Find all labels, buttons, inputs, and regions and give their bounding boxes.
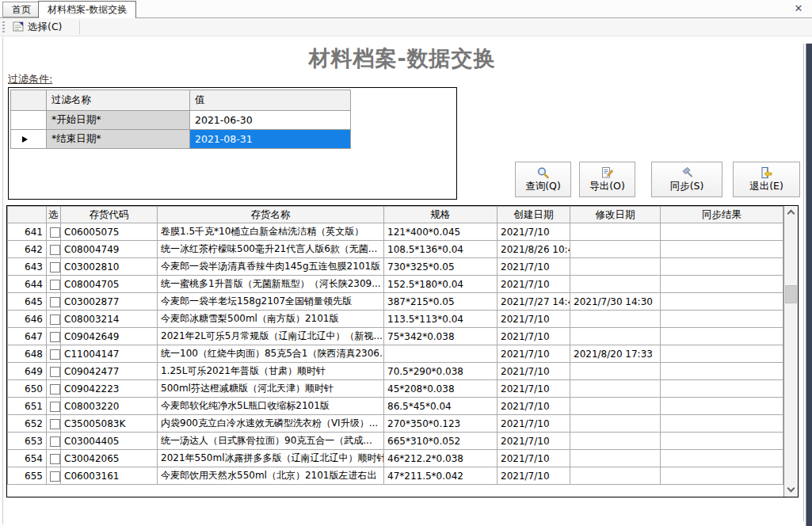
row-checkbox[interactable] (50, 384, 60, 394)
table-row[interactable]: 641 C06005075 卷膜1.5千克*10桶立白新金桔洗洁精（英文版） 1… (8, 223, 783, 241)
row-number-cell: 653 (8, 433, 47, 450)
row-number-cell: 651 (8, 398, 47, 415)
row-checkbox[interactable] (50, 314, 60, 325)
sync-button[interactable]: 同步(S) (651, 162, 722, 197)
inventory-table-panel: 选 存货代码 存货名称 规格 创建日期 修改日期 同步结果 641 C06005… (6, 205, 799, 497)
created-date-cell: 2021/7/10 (497, 433, 570, 450)
filter-row-start-date: *开始日期* 2021-06-30 (11, 111, 351, 130)
table-row[interactable]: 647 C09042649 2021年2L可乐5月常规版（辽南辽北辽中）（新视.… (8, 328, 783, 345)
select-button-label: 选择(C) (28, 21, 62, 34)
row-checkbox[interactable] (50, 454, 60, 464)
close-tab-icon[interactable]: ✕ (792, 2, 805, 15)
spec-cell: 665*310*0.052 (384, 433, 497, 450)
filter-name-header: 过滤名称 (47, 90, 190, 111)
filter-name-cell: *结束日期* (47, 130, 190, 149)
spec-cell: 270*350*0.123 (384, 415, 497, 433)
scroll-down-icon[interactable] (784, 483, 798, 497)
select-button[interactable]: 选择(C) (8, 19, 67, 36)
table-row[interactable]: 650 C09042223 500ml芬达橙减糖版（河北天津）顺时针 45*20… (8, 380, 783, 398)
row-checkbox[interactable] (50, 262, 60, 273)
row-number-cell: 650 (8, 380, 47, 398)
table-row[interactable]: 644 C08004705 统一蜜桃多1升普版（无菌新瓶型）（河长陕2309..… (8, 276, 783, 293)
sync-result-cell (661, 450, 783, 467)
table-row[interactable]: 653 C03004405 统一汤达人（日式豚骨拉面）90克五合一（武成... … (8, 433, 783, 450)
created-date-cell: 2021/7/10 (497, 345, 570, 363)
modified-column-header[interactable]: 修改日期 (570, 207, 661, 223)
table-row[interactable]: 652 C35005083K 内袋900克立白冷水速效无磷型洗衣粉（VI升级）.… (8, 415, 783, 433)
spec-cell (384, 345, 497, 363)
row-checkbox[interactable] (50, 245, 60, 255)
tab-home[interactable]: 首页 (2, 2, 40, 17)
table-row[interactable]: 648 C11004147 统一100（红烧牛肉面）85克5合1（陕西清真230… (8, 345, 783, 363)
scroll-up-icon[interactable] (784, 206, 798, 219)
select-column-header[interactable]: 选 (47, 207, 61, 223)
export-button-label: 导出(O) (589, 180, 625, 193)
name-cell: 统一汤达人（日式豚骨拉面）90克五合一（武成... (158, 433, 384, 450)
export-button[interactable]: 导出(O) (579, 162, 635, 197)
row-number-cell: 642 (8, 241, 47, 258)
row-checkbox[interactable] (50, 280, 60, 290)
code-cell: C08003214 (61, 311, 158, 328)
row-checkbox[interactable] (50, 349, 60, 360)
end-date-value-cell[interactable]: 2021-08-31 (190, 130, 351, 149)
name-cell: 统一冰红茶柠檬味500毫升21代言人版6款（无菌... (158, 241, 384, 258)
row-checkbox[interactable] (50, 436, 60, 447)
created-column-header[interactable]: 创建日期 (497, 207, 570, 223)
tab-material-data-exchange[interactable]: 材料档案-数据交换 (38, 1, 136, 18)
name-cell: 2021年550ml冰露拼多多版（辽南辽北辽中）顺时针 (158, 450, 384, 467)
sync-result-cell (661, 363, 783, 380)
spec-cell: 108.5*136*0.04 (384, 241, 497, 258)
table-row[interactable]: 655 C06003161 今麦郎饮用天然水550ml（北京）2101版左进右出… (8, 467, 783, 485)
checkbox-cell (47, 398, 61, 415)
table-header-row: 选 存货代码 存货名称 规格 创建日期 修改日期 同步结果 (8, 207, 783, 223)
name-column-header[interactable]: 存货名称 (158, 207, 384, 223)
sync-result-cell (661, 293, 783, 311)
created-date-cell: 2021/7/10 (497, 467, 570, 485)
sync-result-cell (661, 311, 783, 328)
row-checkbox[interactable] (50, 419, 60, 429)
code-cell: C03002877 (61, 293, 158, 311)
window-right-edge (806, 44, 812, 526)
row-checkbox[interactable] (50, 297, 60, 307)
toolbar-grip-handle[interactable] (2, 21, 5, 33)
code-column-header[interactable]: 存货代码 (61, 207, 158, 223)
table-row[interactable]: 646 C08003214 今麦郎冰糖雪梨500ml（南方版）2101版 113… (8, 311, 783, 328)
sync-result-column-header[interactable]: 同步结果 (661, 207, 783, 223)
row-checkbox[interactable] (50, 367, 60, 377)
row-checkbox[interactable] (50, 227, 60, 238)
toolbar-separator (79, 21, 80, 34)
code-cell: C09042477 (61, 363, 158, 380)
checkbox-cell (47, 241, 61, 258)
scrollbar-thumb[interactable] (785, 285, 797, 303)
vertical-scrollbar[interactable] (783, 206, 798, 497)
query-button[interactable]: 查询(Q) (515, 162, 571, 197)
filter-row-end-date: *结束日期* 2021-08-31 (11, 130, 351, 149)
modified-date-cell (570, 450, 661, 467)
table-row[interactable]: 654 C30042065 2021年550ml冰露拼多多版（辽南辽北辽中）顺时… (8, 450, 783, 467)
exit-button[interactable]: 退出(E) (733, 162, 800, 197)
filter-grid: 过滤名称 值 *开始日期* 2021-06-30 *结束日期* 2021-08-… (10, 90, 351, 149)
created-date-cell: 2021/7/27 14:47 (497, 293, 570, 311)
checkbox-cell (47, 328, 61, 345)
table-row[interactable]: 645 C03002877 今麦郎一袋半老坛158g2107全国销量领先版 38… (8, 293, 783, 311)
checkbox-cell (47, 433, 61, 450)
sync-result-cell (661, 398, 783, 415)
row-checkbox[interactable] (50, 471, 60, 482)
table-row[interactable]: 649 C09042477 1.25L可乐2021年普版（甘肃）顺时针 70.5… (8, 363, 783, 380)
start-date-value-cell[interactable]: 2021-06-30 (190, 111, 351, 130)
sync-result-cell (661, 328, 783, 345)
row-checkbox[interactable] (50, 332, 60, 342)
magnifier-icon (536, 166, 550, 179)
table-row[interactable]: 643 C03002810 今麦郎一袋半汤清真香辣牛肉145g五连包膜2101版… (8, 258, 783, 276)
modified-date-cell (570, 380, 661, 398)
table-row[interactable]: 651 C08003220 今麦郎软化纯净水5L瓶口收缩标2101版 86.5*… (8, 398, 783, 415)
table-row[interactable]: 642 C08004749 统一冰红茶柠檬味500毫升21代言人版6款（无菌..… (8, 241, 783, 258)
spec-column-header[interactable]: 规格 (384, 207, 497, 223)
name-cell: 1.25L可乐2021年普版（甘肃）顺时针 (158, 363, 384, 380)
name-cell: 卷膜1.5千克*10桶立白新金桔洗洁精（英文版） (158, 223, 384, 241)
row-checkbox[interactable] (50, 402, 60, 412)
checkbox-cell (47, 311, 61, 328)
checkbox-cell (47, 223, 61, 241)
filter-section-label: 过滤条件: (8, 72, 52, 86)
app-window: 首页 材料档案-数据交换 ✕ 选择(C) 材料档案-数据交换 过滤条件: (0, 0, 812, 526)
